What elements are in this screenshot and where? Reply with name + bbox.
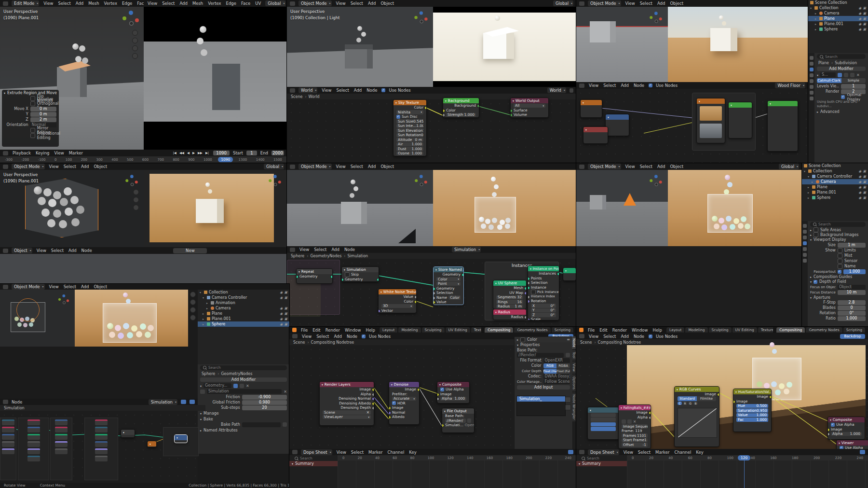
image-browse-icon[interactable] xyxy=(622,419,626,424)
breadcrumb-object[interactable]: Sphere xyxy=(202,372,219,376)
node-header[interactable]: File Output xyxy=(442,408,474,414)
value-slider[interactable]: Start Frame1 xyxy=(622,438,648,443)
current-frame-pill[interactable]: 120 xyxy=(738,455,750,460)
menu-item[interactable]: Add xyxy=(353,88,363,93)
data-type-select[interactable]: Color▾ xyxy=(436,277,461,281)
mode-dropdown[interactable]: Object Mode xyxy=(12,164,45,169)
dope-mode-dropdown[interactable]: Dope Sheet xyxy=(588,449,619,455)
navigation-gizmo[interactable] xyxy=(650,175,662,187)
value-node[interactable] xyxy=(147,441,157,447)
store-named-attribute-node[interactable]: Store Named Attrib... Geometry Color▾ Po… xyxy=(433,266,464,305)
menu-item[interactable]: Face xyxy=(240,1,251,6)
group-node[interactable] xyxy=(728,102,752,139)
add-modifier-button[interactable]: Add Modifier xyxy=(200,377,287,382)
socket[interactable] xyxy=(389,406,391,410)
menu-item[interactable]: Marker xyxy=(654,450,670,455)
socket[interactable] xyxy=(389,411,391,415)
menu-item[interactable]: Add xyxy=(656,1,666,6)
workspace-tab[interactable]: Layout xyxy=(380,327,398,333)
socket[interactable] xyxy=(372,397,374,401)
levels-field[interactable]: 1 xyxy=(841,84,866,89)
output-target-select[interactable]: All▾ xyxy=(514,104,545,108)
mode-dropdown[interactable]: Object Mode xyxy=(298,0,332,6)
viewport-display-section[interactable]: Viewport Display xyxy=(814,237,846,242)
socket[interactable] xyxy=(557,272,559,276)
socket[interactable] xyxy=(372,402,374,405)
camera-viewport[interactable] xyxy=(144,7,287,150)
menu-item[interactable]: View xyxy=(624,1,636,6)
node-header[interactable]: Store Named Attrib... xyxy=(434,267,463,272)
socket[interactable] xyxy=(528,295,530,299)
socket[interactable] xyxy=(433,301,435,304)
navigation-gizmo[interactable] xyxy=(269,175,281,187)
socket[interactable] xyxy=(414,295,417,299)
breadcrumb-scene[interactable]: Scene xyxy=(580,340,596,345)
menu-item[interactable]: Select xyxy=(161,1,176,6)
socket[interactable] xyxy=(528,300,530,303)
menu-item[interactable]: View xyxy=(48,284,60,289)
strength-field[interactable]: Strength1.000 xyxy=(446,113,476,117)
outliner-row[interactable]: ▸Plane◉▣ xyxy=(198,311,289,316)
socket[interactable] xyxy=(827,428,830,432)
repeat-node[interactable]: Repeat Geometry xyxy=(296,268,333,284)
snapping-icon[interactable] xyxy=(181,400,186,404)
menu-item[interactable]: Select xyxy=(350,164,364,169)
workspace-tab[interactable]: Texture Paint xyxy=(758,327,773,333)
menu-item[interactable]: Render xyxy=(325,328,341,333)
menu-item[interactable]: View xyxy=(301,334,312,339)
menu-item[interactable]: View xyxy=(335,164,347,169)
menu-item[interactable]: Select xyxy=(602,334,617,339)
add-input-button[interactable]: Add Input xyxy=(517,385,570,390)
alpha-field[interactable]: Alpha1.000 xyxy=(831,432,862,436)
editor-label[interactable]: Node xyxy=(12,400,22,404)
value-slider[interactable]: Sun Size0.545° xyxy=(396,119,423,124)
composite-node[interactable]: Composite Use Alpha Image Alpha1.000 xyxy=(827,417,865,440)
menu-item[interactable]: Add xyxy=(178,1,188,6)
3d-viewport[interactable] xyxy=(0,290,75,347)
source-select[interactable]: Image Sequence▾ xyxy=(622,424,648,429)
named-attributes-section[interactable]: Named Attributes xyxy=(203,428,238,432)
viewport-tools[interactable] xyxy=(190,292,196,321)
blender-logo-icon[interactable] xyxy=(579,328,583,332)
menu-item[interactable]: Node xyxy=(633,334,645,339)
node-header[interactable]: World Output xyxy=(511,98,548,103)
menu-item[interactable]: View xyxy=(54,151,65,155)
use-nodes-checkbox[interactable] xyxy=(649,84,652,87)
menu-item[interactable]: Edit xyxy=(312,328,321,333)
node-header[interactable]: Render Layers xyxy=(320,382,374,387)
menu-item[interactable]: Node xyxy=(81,248,93,253)
workspace-tab[interactable]: Layout xyxy=(666,327,685,333)
transform-node[interactable] xyxy=(587,407,619,440)
focus-object-field[interactable]: Object xyxy=(838,285,866,290)
shader-type-dropdown[interactable]: World xyxy=(298,87,317,93)
editor-type-icon[interactable] xyxy=(579,165,584,169)
render-toggle-icon[interactable] xyxy=(850,73,854,77)
socket[interactable] xyxy=(524,292,527,295)
safe-areas-checkbox[interactable] xyxy=(814,227,818,232)
simulation-node[interactable]: Simulation Skip Geometry xyxy=(341,266,379,282)
editor-type-icon[interactable] xyxy=(3,285,8,289)
npanel-tab[interactable]: Node xyxy=(572,336,576,349)
menu-item[interactable]: Object xyxy=(380,164,395,169)
world-id-field[interactable]: World xyxy=(547,87,566,93)
menu-item[interactable]: Add xyxy=(68,248,77,253)
workspace-tab[interactable]: Sculpting xyxy=(422,327,445,333)
node-group-field[interactable]: Simulation xyxy=(452,247,481,252)
menu-item[interactable]: Select xyxy=(350,450,365,455)
menu-item[interactable]: Add xyxy=(656,164,666,169)
property-field[interactable]: 1.000 xyxy=(838,316,866,321)
menu-item[interactable]: Edit xyxy=(598,328,608,333)
editor-type-icon[interactable] xyxy=(3,1,8,6)
filter-icon[interactable] xyxy=(860,450,865,454)
menu-item[interactable]: Add xyxy=(333,334,342,339)
summary-channel[interactable]: ▾Summary xyxy=(576,461,627,466)
menu-item[interactable]: Node xyxy=(633,83,645,88)
dimensions-select[interactable]: 3D▾ xyxy=(381,304,413,308)
socket[interactable] xyxy=(510,109,513,112)
dof-checkbox[interactable] xyxy=(814,280,817,284)
property-field[interactable]: 20 xyxy=(242,405,287,410)
value-slider[interactable]: Offset-1 xyxy=(622,443,648,447)
3d-viewport[interactable]: User Perspective(1090) Collection | Ligh… xyxy=(287,7,433,87)
menu-item[interactable]: File xyxy=(300,328,309,333)
color-depth-segment[interactable]: Float (Half)Float (Full) xyxy=(543,369,570,374)
